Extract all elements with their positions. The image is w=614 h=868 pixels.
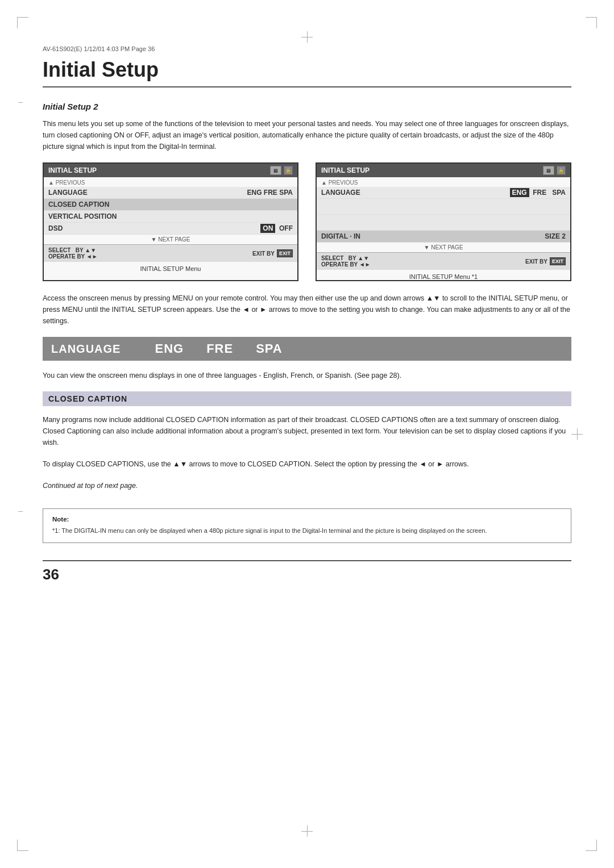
menu1-actions: SELECT BY ▲▼ OPERATE BY ◄► EXIT BY EXIT [44, 244, 297, 262]
menu1-prev: ▲ PREVIOUS [44, 178, 297, 187]
menu2-exit-box: EXIT [550, 257, 566, 265]
menu2-actions: SELECT BY ▲▼ OPERATE BY ◄► EXIT BY EXIT [317, 252, 570, 270]
menu1-cc-label: CLOSED CAPTION [48, 201, 109, 208]
menu2-exit: EXIT BY EXIT [525, 255, 566, 268]
menu1-select: SELECT BY ▲▼ [48, 247, 98, 253]
menu2-header: INITIAL SETUP ▤ 🔒 [317, 164, 570, 177]
menu2-title: INITIAL SETUP [321, 166, 370, 174]
menu1-lang-label: LANGUAGE [48, 189, 88, 197]
menu2-digital-label: DIGITAL · IN [321, 232, 360, 240]
menu2-row-empty1 [317, 199, 570, 215]
lang-fre: FRE [206, 341, 233, 356]
menu2-select-operate: SELECT BY ▲▼ OPERATE BY ◄► [321, 255, 371, 268]
continued-text: Continued at top of next page. [43, 480, 571, 491]
lang-bar-options: ENG FRE SPA [155, 341, 282, 356]
lang-bar-label: LANGUAGE [51, 343, 121, 356]
menu2-row-digital: DIGITAL · IN SIZE 2 [317, 231, 570, 243]
menu1-row-language: LANGUAGE ENG FRE SPA [44, 187, 297, 199]
menu1-exit-box: EXIT [277, 249, 293, 257]
corner-mark-br [586, 840, 597, 851]
lang-spa: SPA [256, 341, 283, 356]
menu1-box: INITIAL SETUP ▤ 🔒 ▲ PREVIOUS LANGUAGE EN… [43, 162, 298, 281]
crosshair-bottom [301, 825, 313, 837]
menu1-next: ▼ NEXT PAGE [44, 235, 297, 244]
menu1-vp-label: VERTICAL POSITION [48, 212, 117, 220]
section-heading: Initial Setup 2 [43, 102, 571, 111]
lang-eng: ENG [155, 341, 184, 356]
menu1-dsd-options: ON OFF [260, 224, 293, 232]
corner-mark-bl [17, 840, 28, 851]
menu1-lang-options: ENG FRE SPA [247, 189, 293, 197]
menu2-box: INITIAL SETUP ▤ 🔒 ▲ PREVIOUS LANGUAGE EN… [316, 162, 571, 281]
menu2-icon: ▤ 🔒 [543, 166, 566, 175]
menu1-exit: EXIT BY EXIT [252, 247, 293, 260]
menu2-lang-label: LANGUAGE [321, 189, 360, 197]
menu1-dsd-label: DSD [48, 224, 63, 232]
menu1-title: INITIAL SETUP [48, 166, 97, 174]
menu-screenshots: INITIAL SETUP ▤ 🔒 ▲ PREVIOUS LANGUAGE EN… [43, 162, 571, 281]
menu2-select: SELECT BY ▲▼ [321, 255, 371, 261]
note-box: Note: *1: The DIGITAL-IN menu can only b… [43, 508, 571, 543]
menu2-prev: ▲ PREVIOUS [317, 178, 570, 187]
language-bar: LANGUAGE ENG FRE SPA [43, 337, 571, 361]
menu2-digital-size: SIZE 2 [545, 232, 566, 240]
menu1-row-vp: VERTICAL POSITION [44, 211, 297, 223]
menu1-header: INITIAL SETUP ▤ 🔒 [44, 164, 297, 177]
cc-para2: To display CLOSED CAPTIONS, use the ▲▼ a… [43, 458, 571, 470]
menu2-row-empty2 [317, 215, 570, 231]
menu2-operate: OPERATE BY ◄► [321, 261, 371, 268]
menu1-select-operate: SELECT BY ▲▼ OPERATE BY ◄► [48, 247, 98, 260]
crosshair-right [571, 428, 583, 440]
doc-header: AV-61S902(E) 1/12/01 4:03 PM Page 36 [43, 45, 571, 52]
crosshair-top [301, 31, 313, 43]
intro-paragraph: This menu lets you set up some of the fu… [43, 118, 571, 152]
cc-para1: Many programs now include additional CLO… [43, 414, 571, 448]
menu2-next: ▼ NEXT PAGE [317, 243, 570, 252]
menu1-row-cc: CLOSED CAPTION [44, 199, 297, 211]
lang-description: You can view the onscreen menu displays … [43, 370, 571, 381]
menu1-icon: ▤ 🔒 [270, 166, 293, 175]
menu2-row-language: LANGUAGE ENG FRE SPA [317, 187, 570, 199]
menu2-caption: INITIAL SETUP Menu *1 [317, 273, 570, 280]
corner-mark-tr [586, 17, 597, 28]
note-title: Note: [52, 516, 562, 523]
cc-bar-label: CLOSED CAPTION [48, 394, 127, 403]
side-mark-1 [18, 102, 23, 103]
side-mark-2 [18, 511, 23, 512]
note-text: *1: The DIGITAL-IN menu can only be disp… [52, 526, 562, 536]
menu1-row-dsd: DSD ON OFF [44, 223, 297, 235]
access-text: Access the onscreen menus by pressing ME… [43, 293, 571, 327]
menu2-lang-options: ENG FRE SPA [510, 189, 566, 197]
page-number: 36 [43, 560, 571, 583]
corner-mark-tl [17, 17, 28, 28]
page-title: Initial Setup [43, 58, 571, 87]
cc-bar: CLOSED CAPTION [43, 391, 571, 406]
menu1-operate: OPERATE BY ◄► [48, 253, 98, 260]
menu1-caption: INITIAL SETUP Menu [44, 265, 297, 272]
